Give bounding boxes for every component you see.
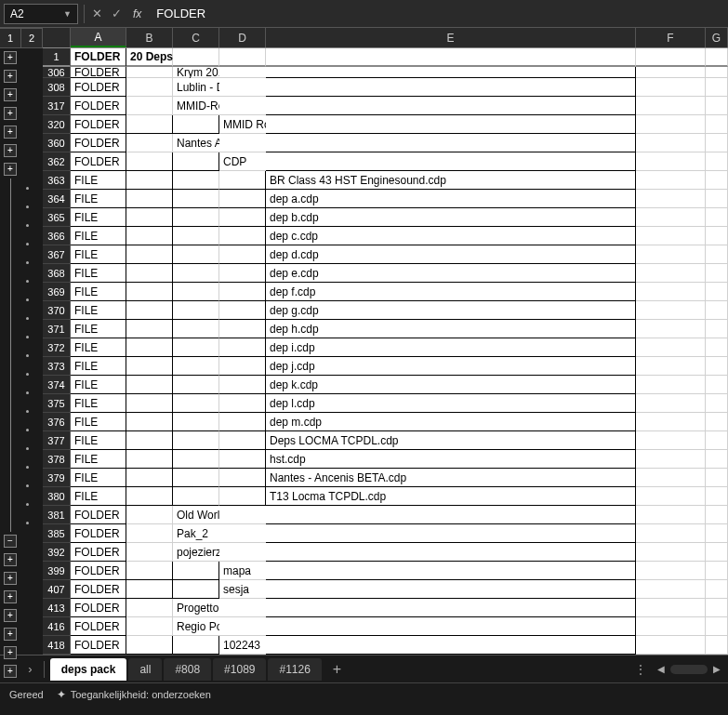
cell[interactable]: [636, 152, 706, 171]
cell[interactable]: [706, 450, 728, 469]
row-header[interactable]: 362: [43, 152, 71, 171]
col-header-g[interactable]: G: [706, 28, 728, 47]
cell[interactable]: dep b.cdp: [266, 208, 636, 227]
cell[interactable]: dep m.cdp: [266, 413, 636, 431]
expand-button[interactable]: +: [4, 163, 17, 176]
cell[interactable]: [173, 227, 219, 245]
cell[interactable]: [126, 208, 173, 227]
cell[interactable]: [706, 245, 728, 264]
cell[interactable]: FOLDER: [71, 562, 126, 580]
cell[interactable]: [706, 617, 728, 636]
cell[interactable]: [636, 78, 706, 97]
outline-level-2[interactable]: 2: [21, 28, 43, 48]
outline-level-1[interactable]: 1: [0, 28, 21, 48]
cell[interactable]: Nantes Ancenis: [173, 134, 219, 152]
cell[interactable]: [219, 338, 266, 357]
cell[interactable]: [706, 469, 728, 487]
scroll-right-icon[interactable]: ▶: [711, 662, 722, 676]
cell[interactable]: FOLDER: [71, 506, 126, 524]
row-header[interactable]: 372: [43, 338, 71, 357]
cell[interactable]: [219, 320, 266, 338]
cell[interactable]: [173, 264, 219, 283]
cell[interactable]: dep j.cdp: [266, 357, 636, 376]
cell[interactable]: Nantes - Ancenis BETA.cdp: [266, 469, 636, 487]
cell[interactable]: [173, 357, 219, 376]
row-header[interactable]: 379: [43, 469, 71, 487]
cell[interactable]: [636, 171, 706, 190]
cell[interactable]: [126, 338, 173, 357]
cell[interactable]: FOLDER: [71, 115, 126, 134]
cell[interactable]: FILE: [71, 394, 126, 413]
cell[interactable]: [126, 134, 173, 152]
expand-button[interactable]: +: [4, 126, 17, 139]
expand-button[interactable]: +: [4, 609, 17, 622]
cell[interactable]: FILE: [71, 469, 126, 487]
cell[interactable]: [219, 413, 266, 431]
cell[interactable]: FOLDER: [71, 97, 126, 115]
cell[interactable]: [126, 580, 173, 599]
scroll-left-icon[interactable]: ◀: [655, 662, 667, 676]
sheet-tab[interactable]: deps pack: [50, 658, 127, 681]
row-header[interactable]: 373: [43, 357, 71, 376]
col-header-e[interactable]: E: [266, 28, 636, 47]
row-header[interactable]: 399: [43, 562, 71, 580]
cell[interactable]: [219, 469, 266, 487]
cell[interactable]: Progetto FNM Cadorna BETA 1.2: [173, 599, 219, 617]
cell[interactable]: [706, 190, 728, 208]
cell[interactable]: [636, 227, 706, 245]
cell[interactable]: [706, 487, 728, 506]
cell[interactable]: sesja: [219, 580, 266, 599]
row-header[interactable]: 363: [43, 171, 71, 190]
cell[interactable]: [266, 67, 636, 78]
cell[interactable]: [126, 67, 173, 78]
row-header[interactable]: 418: [43, 636, 71, 655]
cell[interactable]: [636, 413, 706, 431]
cell[interactable]: [219, 67, 266, 78]
cell[interactable]: [219, 171, 266, 190]
cell[interactable]: MMID Route ASSETS: [219, 115, 266, 134]
row-header[interactable]: 392: [43, 543, 71, 562]
cell[interactable]: [173, 115, 219, 134]
cell[interactable]: [173, 394, 219, 413]
cell[interactable]: [706, 376, 728, 394]
cell[interactable]: [266, 97, 636, 115]
cell[interactable]: [706, 431, 728, 450]
row-header[interactable]: 413: [43, 599, 71, 617]
expand-button[interactable]: +: [4, 107, 17, 120]
cell[interactable]: [636, 524, 706, 543]
cell[interactable]: Regio Poland: [173, 617, 219, 636]
row-header[interactable]: 378: [43, 450, 71, 469]
cell[interactable]: BR Class 43 HST Enginesound.cdp: [266, 171, 636, 190]
cell[interactable]: CDP: [219, 152, 266, 171]
cell[interactable]: [636, 394, 706, 413]
row-header[interactable]: 368: [43, 264, 71, 283]
expand-button[interactable]: +: [4, 665, 17, 678]
cell[interactable]: FILE: [71, 171, 126, 190]
cell[interactable]: FOLDER: [71, 580, 126, 599]
cell[interactable]: FILE: [71, 208, 126, 227]
row-header[interactable]: 407: [43, 580, 71, 599]
cell[interactable]: [636, 562, 706, 580]
row-header[interactable]: 375: [43, 394, 71, 413]
cell[interactable]: [219, 599, 266, 617]
cell[interactable]: [706, 78, 728, 97]
cell[interactable]: [219, 264, 266, 283]
cell[interactable]: [173, 152, 219, 171]
cell[interactable]: [126, 413, 173, 431]
row-header[interactable]: 376: [43, 413, 71, 431]
cell[interactable]: [636, 376, 706, 394]
cell[interactable]: [706, 506, 728, 524]
cell[interactable]: [126, 320, 173, 338]
cell[interactable]: [126, 115, 173, 134]
cell[interactable]: [219, 134, 266, 152]
cell[interactable]: [636, 245, 706, 264]
cell[interactable]: [636, 357, 706, 376]
tab-menu-icon[interactable]: ⋮: [628, 659, 654, 680]
cell[interactable]: [636, 599, 706, 617]
cell[interactable]: [706, 580, 728, 599]
cell[interactable]: FILE: [71, 338, 126, 357]
cell[interactable]: hst.cdp: [266, 450, 636, 469]
sheet-tab[interactable]: #1126: [268, 658, 321, 681]
cell[interactable]: [219, 543, 266, 562]
cell[interactable]: [126, 562, 173, 580]
